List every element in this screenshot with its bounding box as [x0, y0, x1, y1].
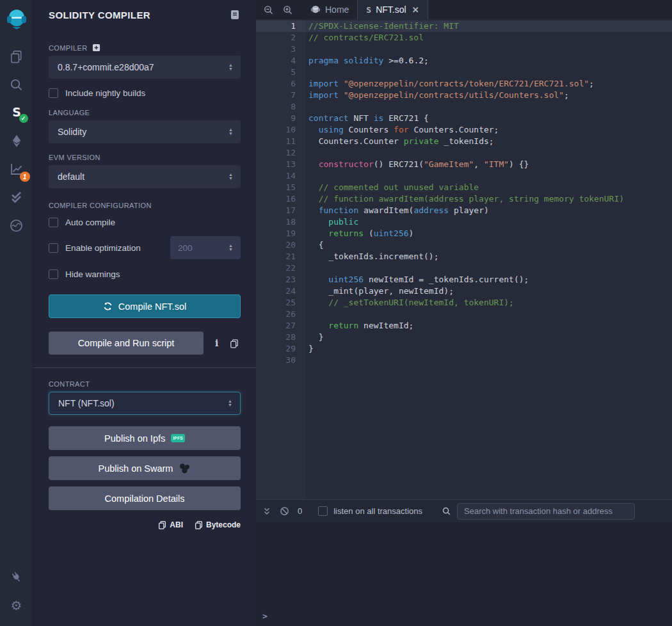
docs-icon[interactable] [229, 9, 241, 20]
nightly-builds-label: Include nightly builds [65, 88, 145, 98]
remix-logo-icon[interactable] [5, 4, 28, 35]
settings-icon[interactable]: ⚙ [5, 591, 28, 620]
code-text: uint256 newItemId = _tokenIds.current(); [306, 274, 672, 285]
code-text: // function awardItem(address player, st… [306, 193, 672, 205]
add-compiler-icon[interactable] [92, 44, 100, 52]
nightly-builds-checkbox[interactable] [49, 88, 58, 98]
line-number: 24 [256, 285, 306, 297]
compilation-details-label: Compilation Details [105, 494, 185, 504]
evm-version-select[interactable]: default ▲▼ [49, 165, 241, 188]
close-tab-icon[interactable]: ✕ [412, 5, 419, 15]
language-select[interactable]: Solidity ▲▼ [49, 120, 241, 143]
code-text [306, 147, 672, 159]
code-line[interactable]: 17 function awardItem(address player) [256, 205, 672, 216]
code-text: constructor() ERC721("GameItem", "ITM") … [306, 159, 672, 170]
code-line[interactable]: 18 public [256, 216, 672, 228]
tab-nft-sol[interactable]: S NFT.sol ✕ [357, 0, 428, 19]
code-line[interactable]: 25 // _setTokenURI(newItemId, tokenURI); [256, 297, 672, 309]
hide-warnings-checkbox[interactable] [49, 269, 58, 279]
code-line[interactable]: 4pragma solidity >=0.6.2; [256, 55, 672, 67]
code-line[interactable]: 16 // function awardItem(address player,… [256, 193, 672, 205]
code-line[interactable]: 22 [256, 262, 672, 274]
contract-value: NFT (NFT.sol) [58, 398, 115, 408]
code-line[interactable]: 1//SPDX-License-Identifier: MIT [256, 20, 672, 32]
code-line[interactable]: 23 uint256 newItemId = _tokenIds.current… [256, 274, 672, 285]
language-value: Solidity [58, 127, 86, 137]
compile-and-run-label: Compile and Run script [78, 338, 175, 348]
auto-compile-checkbox[interactable] [49, 218, 58, 227]
line-number: 28 [256, 332, 306, 343]
line-number: 15 [256, 182, 306, 193]
plugin-manager-icon[interactable] [5, 563, 28, 591]
terminal-output[interactable]: > [256, 522, 672, 626]
code-line[interactable]: 9contract NFT is ERC721 { [256, 113, 672, 124]
optimization-runs-value: 200 [178, 243, 193, 253]
contract-select[interactable]: NFT (NFT.sol) ▲▼ [49, 392, 241, 415]
remix-ide-window: S ✓ 1 [0, 0, 672, 626]
code-line[interactable]: 28 } [256, 332, 672, 343]
copy-icon[interactable] [230, 339, 239, 348]
code-line[interactable]: 13 constructor() ERC721("GameItem", "ITM… [256, 159, 672, 170]
solidity-file-icon: S [366, 5, 371, 15]
code-line[interactable]: 29} [256, 343, 672, 355]
publish-swarm-button[interactable]: Publish on Swarm [49, 456, 241, 480]
compile-button[interactable]: Compile NFT.sol [49, 294, 241, 318]
unit-testing-icon[interactable] [5, 183, 28, 211]
code-text: using Counters for Counters.Counter; [306, 124, 672, 136]
code-text [306, 67, 672, 78]
clear-console-icon[interactable] [280, 506, 289, 516]
collapse-terminal-icon[interactable] [262, 507, 271, 516]
code-line[interactable]: 2// contracts/ERC721.sol [256, 32, 672, 44]
zoom-in-icon[interactable] [278, 0, 297, 19]
compiler-label: COMPILER [49, 44, 241, 52]
code-line[interactable]: 15 // commented out unused variable [256, 182, 672, 193]
transaction-search-input[interactable] [457, 503, 635, 520]
code-line[interactable]: 10 using Counters for Counters.Counter; [256, 124, 672, 136]
code-line[interactable]: 14 [256, 170, 672, 182]
copy-bytecode-button[interactable]: Bytecode [195, 520, 241, 529]
auto-compile-label: Auto compile [65, 218, 115, 227]
compilation-details-button[interactable]: Compilation Details [49, 486, 241, 510]
solidity-compiler-icon[interactable]: S ✓ [5, 99, 28, 127]
copy-abi-button[interactable]: ABI [158, 520, 183, 529]
zoom-out-icon[interactable] [259, 0, 278, 19]
code-text: // _setTokenURI(newItemId, tokenURI); [306, 297, 672, 309]
code-editor[interactable]: 1//SPDX-License-Identifier: MIT2// contr… [256, 19, 672, 499]
code-line[interactable]: 3 [256, 44, 672, 55]
code-line[interactable]: 24 _mint(player, newItemId); [256, 285, 672, 297]
code-line[interactable]: 5 [256, 67, 672, 78]
terminal-prompt: > [262, 611, 268, 621]
code-line[interactable]: 20 { [256, 239, 672, 251]
deploy-run-icon[interactable] [5, 127, 28, 155]
info-icon[interactable]: i [215, 338, 218, 348]
search-icon[interactable] [5, 70, 28, 99]
statistics-icon[interactable]: 1 [5, 155, 28, 183]
code-line[interactable]: 21 _tokenIds.increment(); [256, 251, 672, 262]
contract-label: CONTRACT [49, 380, 241, 388]
code-line[interactable]: 26 [256, 309, 672, 320]
file-explorer-icon[interactable] [5, 42, 28, 70]
abi-label: ABI [170, 520, 183, 529]
compile-and-run-button[interactable]: Compile and Run script [49, 332, 204, 355]
analysis-icon[interactable] [5, 211, 28, 239]
code-line[interactable]: 30 [256, 355, 672, 366]
line-number: 9 [256, 113, 306, 124]
tab-file-label: NFT.sol [376, 4, 406, 15]
optimization-runs-input[interactable]: 200 ▲▼ [170, 236, 241, 259]
tab-home[interactable]: Home [302, 0, 357, 19]
code-line[interactable]: 11 Counters.Counter private _tokenIds; [256, 136, 672, 147]
code-text [306, 309, 672, 320]
publish-ipfs-button[interactable]: Publish on Ipfs IPFS [49, 426, 241, 450]
enable-optimization-checkbox[interactable] [49, 243, 58, 253]
code-line[interactable]: 19 returns (uint256) [256, 228, 672, 239]
code-line[interactable]: 7import "@openzeppelin/contracts/utils/C… [256, 90, 672, 101]
line-number: 6 [256, 78, 306, 90]
terminal-toolbar: 0 listen on all transactions [256, 499, 672, 522]
code-line[interactable]: 12 [256, 147, 672, 159]
refresh-icon [103, 301, 113, 311]
code-line[interactable]: 27 return newItemId; [256, 320, 672, 332]
code-line[interactable]: 6import "@openzeppelin/contracts/token/E… [256, 78, 672, 90]
code-line[interactable]: 8 [256, 101, 672, 113]
listen-transactions-checkbox[interactable] [318, 506, 328, 516]
compiler-version-select[interactable]: 0.8.7+commit.e28d00a7 ▲▼ [49, 56, 241, 79]
